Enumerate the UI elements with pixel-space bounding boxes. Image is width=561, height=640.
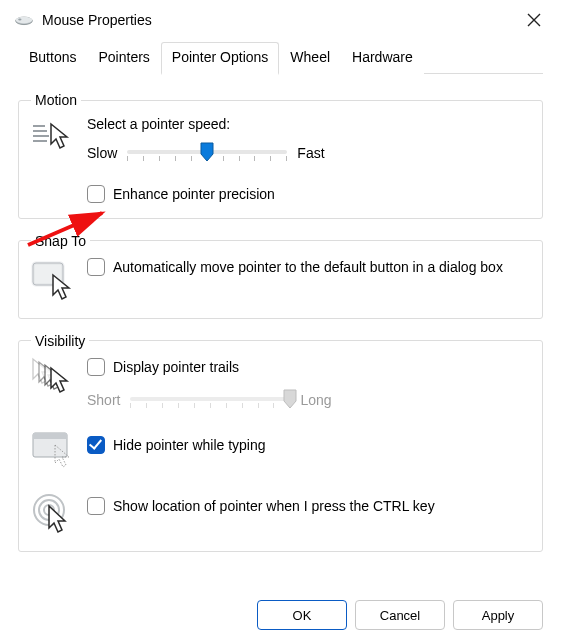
snap-to-icon [31,257,87,304]
ok-button[interactable]: OK [257,600,347,630]
dialog-button-row: OK Cancel Apply [257,600,543,630]
legend-snap-to: Snap To [31,233,90,249]
pointer-trails-thumb [283,389,297,409]
hide-pointer-typing-icon [31,429,87,472]
tab-buttons[interactable]: Buttons [18,42,87,74]
motion-icon [31,116,87,157]
legend-visibility: Visibility [31,333,89,349]
pointer-speed-thumb[interactable] [200,142,214,162]
hide-pointer-typing-label: Hide pointer while typing [113,435,266,455]
svg-rect-10 [33,433,67,439]
group-snap-to: Snap To Automatically move pointer to th… [18,233,543,319]
pointer-speed-slider[interactable] [127,140,287,166]
show-location-ctrl-icon [31,488,87,537]
legend-motion: Motion [31,92,81,108]
tab-pointer-options[interactable]: Pointer Options [161,42,280,75]
group-visibility: Visibility Display pointer trails Short [18,333,543,552]
display-pointer-trails-label: Display pointer trails [113,357,239,377]
enhance-pointer-precision-checkbox[interactable] [87,185,105,203]
tab-pointers[interactable]: Pointers [87,42,160,74]
pointer-trails-slider [130,387,290,413]
svg-point-2 [18,19,21,21]
show-location-ctrl-checkbox[interactable] [87,497,105,515]
hide-pointer-typing-checkbox[interactable] [87,436,105,454]
pointer-speed-label: Select a pointer speed: [87,116,530,132]
group-motion: Motion Select a pointer speed: Slow [18,92,543,219]
display-pointer-trails-checkbox[interactable] [87,358,105,376]
enhance-pointer-precision-label: Enhance pointer precision [113,184,275,204]
titlebar: Mouse Properties [0,0,561,36]
trails-short-label: Short [87,392,120,408]
pointer-trails-icon [31,357,87,400]
speed-slow-label: Slow [87,145,117,161]
tab-wheel[interactable]: Wheel [279,42,341,74]
apply-button[interactable]: Apply [453,600,543,630]
snap-to-default-label: Automatically move pointer to the defaul… [113,257,503,277]
cancel-button[interactable]: Cancel [355,600,445,630]
snap-to-default-checkbox[interactable] [87,258,105,276]
tab-hardware[interactable]: Hardware [341,42,424,74]
close-button[interactable] [519,8,549,32]
speed-fast-label: Fast [297,145,324,161]
tab-strip: Buttons Pointers Pointer Options Wheel H… [0,36,561,74]
svg-point-1 [16,17,33,24]
window-title: Mouse Properties [42,12,519,28]
trails-long-label: Long [300,392,331,408]
mouse-sys-icon [14,13,34,27]
show-location-ctrl-label: Show location of pointer when I press th… [113,496,435,516]
